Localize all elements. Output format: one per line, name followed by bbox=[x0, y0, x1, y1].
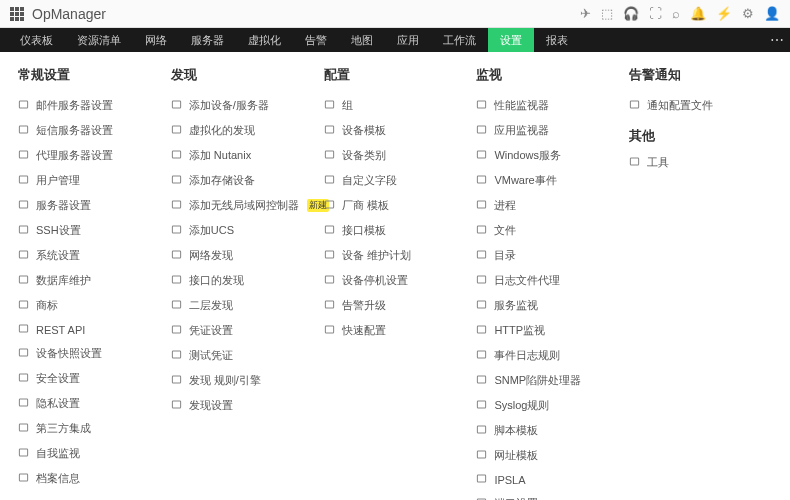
settings-item[interactable]: 设备停机设置 bbox=[324, 273, 467, 288]
settings-item[interactable]: 设备 维护计划 bbox=[324, 248, 467, 263]
settings-item[interactable]: Syslog规则 bbox=[476, 398, 619, 413]
gift-icon[interactable]: ⛶ bbox=[649, 6, 662, 21]
settings-item[interactable]: VMware事件 bbox=[476, 173, 619, 188]
settings-item[interactable]: 接口的发现 bbox=[171, 273, 314, 288]
settings-item[interactable]: 添加无线局域网控制器新建 bbox=[171, 198, 314, 213]
settings-item[interactable]: 进程 bbox=[476, 198, 619, 213]
item-label: 系统设置 bbox=[36, 248, 80, 263]
headset-icon[interactable]: 🎧 bbox=[623, 6, 639, 21]
search-icon[interactable]: ⌕ bbox=[672, 6, 680, 21]
item-label: 组 bbox=[342, 98, 353, 113]
settings-item[interactable]: 安全设置 bbox=[18, 371, 161, 386]
nav-tab[interactable]: 虚拟化 bbox=[236, 28, 293, 52]
settings-item[interactable]: SSH设置 bbox=[18, 223, 161, 238]
apps-grid-icon[interactable] bbox=[10, 7, 24, 21]
nav-tab[interactable]: 设置 bbox=[488, 28, 534, 52]
settings-item[interactable]: 系统设置 bbox=[18, 248, 161, 263]
settings-item[interactable]: 用户管理 bbox=[18, 173, 161, 188]
svg-rect-35 bbox=[325, 251, 333, 258]
settings-column: 配置组设备模板设备类别自定义字段厂商 模板接口模板设备 维护计划设备停机设置告警… bbox=[324, 66, 467, 500]
settings-item[interactable]: 脚本模板 bbox=[476, 423, 619, 438]
settings-item[interactable]: Windows服务 bbox=[476, 148, 619, 163]
settings-item[interactable]: REST API bbox=[18, 323, 161, 336]
svg-rect-18 bbox=[172, 151, 180, 158]
settings-item[interactable]: 接口模板 bbox=[324, 223, 467, 238]
vendor-icon bbox=[324, 199, 336, 212]
nav-tab[interactable]: 资源清单 bbox=[65, 28, 133, 52]
settings-item[interactable]: 自定义字段 bbox=[324, 173, 467, 188]
settings-item[interactable]: 服务监视 bbox=[476, 298, 619, 313]
settings-item[interactable]: 添加设备/服务器 bbox=[171, 98, 314, 113]
tool-icon bbox=[629, 156, 641, 169]
settings-item[interactable]: 端口设置 bbox=[476, 496, 619, 500]
rocket-icon[interactable]: ✈ bbox=[580, 6, 591, 21]
nav-tab[interactable]: 应用 bbox=[385, 28, 431, 52]
settings-item[interactable]: 设备类别 bbox=[324, 148, 467, 163]
nav-tab[interactable]: 服务器 bbox=[179, 28, 236, 52]
svg-rect-46 bbox=[478, 276, 486, 283]
settings-item[interactable]: 快速配置 bbox=[324, 323, 467, 338]
settings-item[interactable]: IPSLA bbox=[476, 473, 619, 486]
settings-item[interactable]: 添加存储设备 bbox=[171, 173, 314, 188]
settings-item[interactable]: 代理服务器设置 bbox=[18, 148, 161, 163]
plug-icon bbox=[18, 422, 30, 435]
settings-item[interactable]: 商标 bbox=[18, 298, 161, 313]
nav-more-icon[interactable]: ⋯ bbox=[770, 32, 784, 48]
settings-item[interactable]: 组 bbox=[324, 98, 467, 113]
settings-item[interactable]: 虚拟化的发现 bbox=[171, 123, 314, 138]
settings-item[interactable]: 工具 bbox=[629, 155, 772, 170]
db-icon bbox=[18, 274, 30, 287]
settings-item[interactable]: SNMP陷阱处理器 bbox=[476, 373, 619, 388]
item-label: 告警升级 bbox=[342, 298, 386, 313]
settings-item[interactable]: 发现 规则/引擎 bbox=[171, 373, 314, 388]
settings-item[interactable]: 通知配置文件 bbox=[629, 98, 772, 113]
nav-tab[interactable]: 告警 bbox=[293, 28, 339, 52]
gear-icon[interactable]: ⚙ bbox=[742, 6, 754, 21]
ipsla-icon bbox=[476, 473, 488, 486]
nav-tab[interactable]: 地图 bbox=[339, 28, 385, 52]
nav-tab[interactable]: 工作流 bbox=[431, 28, 488, 52]
settings-item[interactable]: 设备模板 bbox=[324, 123, 467, 138]
settings-item[interactable]: 第三方集成 bbox=[18, 421, 161, 436]
settings-item[interactable]: 文件 bbox=[476, 223, 619, 238]
settings-item[interactable]: 性能监视器 bbox=[476, 98, 619, 113]
nav-tab[interactable]: 仪表板 bbox=[8, 28, 65, 52]
monitor-icon[interactable]: ⬚ bbox=[601, 6, 613, 21]
settings-item[interactable]: 发现设置 bbox=[171, 398, 314, 413]
settings-item[interactable]: 测试凭证 bbox=[171, 348, 314, 363]
svg-rect-7 bbox=[19, 276, 27, 283]
settings-item[interactable]: 邮件服务器设置 bbox=[18, 98, 161, 113]
settings-item[interactable]: 厂商 模板 bbox=[324, 198, 467, 213]
settings-item[interactable]: 凭证设置 bbox=[171, 323, 314, 338]
bell-icon[interactable]: 🔔 bbox=[690, 6, 706, 21]
settings-item[interactable]: 日志文件代理 bbox=[476, 273, 619, 288]
item-label: 进程 bbox=[494, 198, 516, 213]
settings-item[interactable]: 添加 Nutanix bbox=[171, 148, 314, 163]
settings-item[interactable]: 告警升级 bbox=[324, 298, 467, 313]
settings-item[interactable]: 目录 bbox=[476, 248, 619, 263]
settings-item[interactable]: 应用监视器 bbox=[476, 123, 619, 138]
svg-rect-36 bbox=[325, 276, 333, 283]
item-label: 添加无线局域网控制器 bbox=[189, 198, 299, 213]
settings-item[interactable]: 档案信息 bbox=[18, 471, 161, 486]
nav-tab[interactable]: 报表 bbox=[534, 28, 580, 52]
plug-icon[interactable]: ⚡ bbox=[716, 6, 732, 21]
settings-item[interactable]: HTTP监视 bbox=[476, 323, 619, 338]
settings-item[interactable]: 二层发现 bbox=[171, 298, 314, 313]
x-icon bbox=[171, 149, 183, 162]
settings-item[interactable]: 数据库维护 bbox=[18, 273, 161, 288]
item-label: 二层发现 bbox=[189, 298, 233, 313]
settings-item[interactable]: 隐私设置 bbox=[18, 396, 161, 411]
svg-rect-53 bbox=[478, 451, 486, 458]
settings-item[interactable]: 自我监视 bbox=[18, 446, 161, 461]
settings-item[interactable]: 服务器设置 bbox=[18, 198, 161, 213]
settings-item[interactable]: 添加UCS bbox=[171, 223, 314, 238]
user-icon[interactable]: 👤 bbox=[764, 6, 780, 21]
settings-item[interactable]: 网址模板 bbox=[476, 448, 619, 463]
settings-item[interactable]: 事件日志规则 bbox=[476, 348, 619, 363]
settings-item[interactable]: 设备快照设置 bbox=[18, 346, 161, 361]
settings-item[interactable]: 短信服务器设置 bbox=[18, 123, 161, 138]
nav-tab[interactable]: 网络 bbox=[133, 28, 179, 52]
settings-item[interactable]: 网络发现 bbox=[171, 248, 314, 263]
test-icon bbox=[171, 349, 183, 362]
